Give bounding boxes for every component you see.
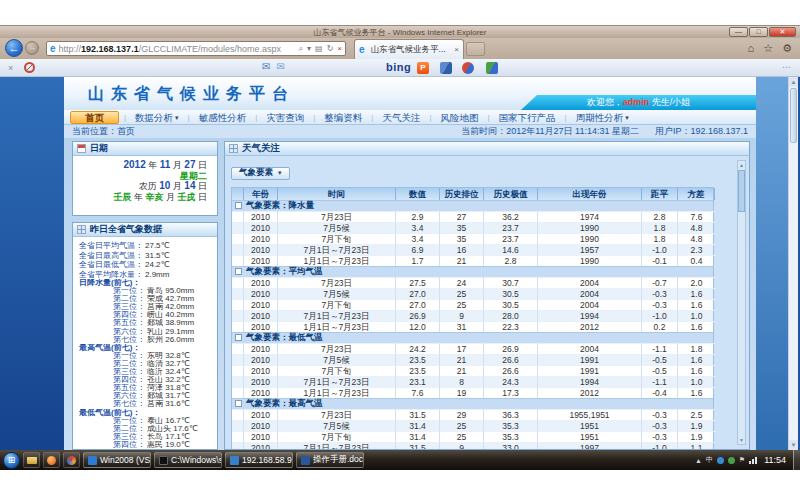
taskbar-button-2[interactable]: C:\Windows\s... bbox=[154, 452, 222, 468]
group-header-row[interactable]: 气象要素：最高气温 bbox=[232, 398, 713, 409]
browser-scrollbar[interactable]: ▲ ▼ bbox=[788, 77, 798, 450]
cell: 2.9 bbox=[396, 211, 440, 222]
cell: 7月5候 bbox=[278, 222, 396, 233]
forward-button[interactable]: → bbox=[25, 41, 39, 55]
mail-icon[interactable]: ✉ bbox=[262, 61, 270, 72]
taskbar-button-4[interactable]: 操作手册.docx ... bbox=[296, 452, 364, 468]
pinned-app-2[interactable] bbox=[63, 452, 80, 468]
filter-button-label: 气象要素 bbox=[239, 167, 273, 179]
row-expand-cell bbox=[232, 310, 244, 321]
gregorian-date: 2012 年 11 月 27 日 bbox=[73, 160, 207, 171]
nav-item-6[interactable]: 天气关注 bbox=[373, 111, 429, 124]
new-tab-button[interactable] bbox=[466, 42, 485, 56]
compatibility-view-icon[interactable]: ▤ bbox=[315, 44, 323, 53]
cell: 1951 bbox=[538, 420, 642, 431]
group-header-row[interactable]: 气象要素：平均气温 bbox=[232, 266, 713, 277]
rank-value: 青岛 95.0mm bbox=[147, 287, 194, 295]
checkbox[interactable] bbox=[235, 268, 242, 275]
bing-logo[interactable]: bing bbox=[386, 61, 411, 73]
nav-item-1[interactable]: 首页 bbox=[70, 111, 119, 124]
group-header-row[interactable]: 气象要素：最低气温 bbox=[232, 332, 713, 343]
nav-item-5[interactable]: 整编资料 bbox=[315, 111, 371, 124]
nav-item-8[interactable]: 国家下行产品 bbox=[490, 111, 565, 124]
group-title: 气象要素：最高气温 bbox=[246, 398, 323, 409]
toolbar-app-icon-3[interactable] bbox=[486, 62, 498, 74]
blocked-icon[interactable] bbox=[24, 62, 35, 73]
cell: 16 bbox=[440, 244, 484, 255]
pinned-app-1[interactable] bbox=[43, 452, 60, 468]
send-icon[interactable]: ✉ bbox=[276, 61, 284, 72]
show-desktop-button[interactable] bbox=[793, 450, 800, 470]
window-titlebar[interactable]: 山东省气候业务平台 - Windows Internet Explorer — … bbox=[0, 25, 800, 38]
nav-item-9[interactable]: 周期性分析▾ bbox=[567, 111, 638, 124]
scrollbar-thumb[interactable] bbox=[790, 88, 797, 143]
scroll-down-icon[interactable]: ▼ bbox=[738, 436, 745, 444]
cell: 26.6 bbox=[484, 354, 538, 365]
network-icon[interactable] bbox=[749, 457, 757, 464]
cell: 2004 bbox=[538, 343, 642, 354]
stop-icon[interactable]: × bbox=[337, 44, 342, 53]
search-icon[interactable]: ⌕ bbox=[299, 44, 303, 54]
checkbox[interactable] bbox=[235, 334, 242, 341]
weather-stat-row: 全省日最低气温：24.2℃ bbox=[79, 260, 215, 270]
url-text[interactable]: http://192.168.137.1/GLCCLIMATE/modules/… bbox=[59, 44, 299, 54]
element-filter-button[interactable]: 气象要素 ▾ bbox=[231, 167, 290, 180]
row-expand-cell bbox=[232, 244, 244, 255]
cell: 2012 bbox=[538, 387, 642, 398]
cell: 7月5候 bbox=[278, 354, 396, 365]
cell: 7月1日～7月23日 bbox=[278, 310, 396, 321]
tray-app-icon[interactable] bbox=[717, 457, 724, 464]
chevron-down-icon[interactable]: ▾ bbox=[307, 44, 311, 53]
lunar-date: 农历 10 月 14 日 bbox=[73, 181, 207, 192]
gear-icon[interactable]: ⚙ bbox=[782, 41, 792, 56]
back-button[interactable]: ← bbox=[5, 39, 23, 57]
checkbox[interactable] bbox=[235, 400, 242, 407]
tab-close-icon[interactable]: × bbox=[454, 45, 459, 54]
home-icon[interactable]: ⌂ bbox=[748, 41, 755, 56]
show-hidden-icons[interactable]: ▲ bbox=[695, 457, 702, 464]
rank-label: 第一位： bbox=[113, 287, 145, 295]
maximize-button[interactable]: □ bbox=[749, 27, 768, 37]
scroll-up-icon[interactable]: ▲ bbox=[789, 77, 798, 87]
rank-value: 东明 32.8℃ bbox=[147, 352, 190, 360]
table-scrollbar[interactable]: ▲ ▼ bbox=[737, 160, 746, 445]
refresh-icon[interactable]: ↻ bbox=[327, 44, 334, 53]
address-bar[interactable]: e http://192.168.137.1/GLCCLIMATE/module… bbox=[46, 41, 346, 56]
close-button[interactable]: ✕ bbox=[769, 27, 796, 37]
taskbar-button-3[interactable]: 192.168.58.99... bbox=[225, 452, 293, 468]
favorites-star-icon[interactable]: ☆ bbox=[763, 41, 773, 56]
nav-item-4[interactable]: 灾害查询 bbox=[257, 111, 313, 124]
toolbar-close-icon[interactable]: × bbox=[8, 63, 13, 73]
app-icon bbox=[159, 456, 168, 465]
scroll-up-icon[interactable]: ▲ bbox=[738, 161, 745, 169]
group-header-row[interactable]: 气象要素：降水量 bbox=[232, 200, 713, 211]
nav-item-2[interactable]: 数据分析▾ bbox=[126, 111, 188, 124]
nav-item-3[interactable]: 敏感性分析 bbox=[190, 111, 256, 124]
cell: 28.0 bbox=[484, 310, 538, 321]
start-button[interactable]: ⊞ bbox=[3, 452, 20, 469]
rank-value: 菏泽 31.8℃ bbox=[147, 384, 190, 392]
taskbar-clock[interactable]: 11:54 bbox=[764, 455, 786, 465]
bing-app-icon[interactable]: P bbox=[417, 62, 429, 74]
rank-label: 第五位： bbox=[113, 319, 145, 327]
toolbar-app-icon-1[interactable] bbox=[440, 62, 452, 74]
toolbar-app-icon-2[interactable] bbox=[462, 62, 474, 74]
rank-label: 第三位： bbox=[113, 368, 145, 376]
toolbar-more-icon[interactable]: ⋯ bbox=[782, 62, 792, 72]
taskbar-button-1[interactable]: Win2008 (VS2... bbox=[83, 452, 151, 468]
ganzhi-day-unit: 日 bbox=[198, 192, 207, 202]
scroll-down-icon[interactable]: ▼ bbox=[789, 440, 798, 450]
checkbox[interactable] bbox=[235, 202, 242, 209]
cell: -0.3 bbox=[642, 288, 678, 299]
cell: 7.6 bbox=[678, 211, 715, 222]
scrollbar-thumb[interactable] bbox=[738, 170, 745, 212]
browser-tab[interactable]: e 山东省气候业务平... × bbox=[354, 39, 464, 59]
tray-app-icon-2[interactable] bbox=[728, 457, 735, 464]
nav-item-7[interactable]: 风险地图 bbox=[431, 111, 487, 124]
language-indicator[interactable]: 中 bbox=[706, 455, 713, 465]
cell: 31 bbox=[440, 321, 484, 332]
action-center-flag-icon[interactable]: ⚑ bbox=[739, 456, 745, 464]
minimize-button[interactable]: — bbox=[729, 27, 748, 37]
cell: 30.5 bbox=[484, 288, 538, 299]
pinned-explorer[interactable] bbox=[23, 452, 40, 468]
